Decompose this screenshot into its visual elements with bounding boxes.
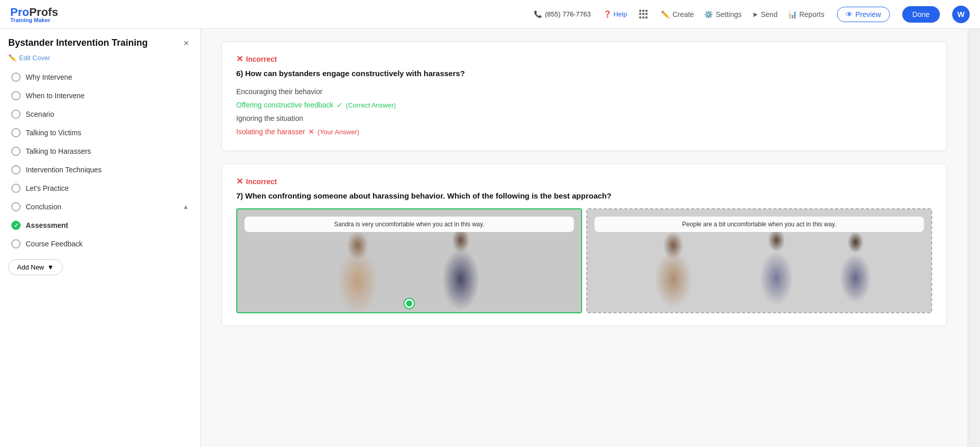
phone-number: (855) 776-7763: [545, 10, 591, 18]
create-label: Create: [672, 10, 694, 19]
chevron-up-icon: ▲: [183, 203, 189, 210]
nav-list: Why Intervene When to Intervene Scenario…: [0, 68, 200, 253]
main-layout: Bystander Intervention Training × ✏️ Edi…: [0, 29, 980, 447]
preview-label: Preview: [855, 10, 881, 19]
speech-bubble-left: Sandra is very uncomfortable when you ac…: [244, 217, 574, 232]
option-6-3: Ignoring the situation: [236, 112, 932, 125]
x-icon-6-4: ✕: [308, 128, 314, 136]
image-option-right[interactable]: People are a bit uncomfortable when you …: [586, 208, 932, 313]
sidebar-item-label-talking-harassers: Talking to Harassers: [26, 147, 91, 155]
sidebar-item-label-why-intervene: Why Intervene: [26, 73, 72, 81]
question-main-7: When confronting someone about harassing…: [245, 191, 611, 200]
reports-icon: 📊: [788, 10, 797, 19]
sidebar-item-course-feedback[interactable]: Course Feedback: [6, 235, 194, 253]
sidebar-item-intervention-techniques[interactable]: Intervention Techniques: [6, 160, 194, 179]
add-new-label: Add New: [17, 263, 44, 271]
create-icon: ✏️: [661, 10, 670, 19]
sidebar: Bystander Intervention Training × ✏️ Edi…: [0, 29, 201, 447]
nav-settings[interactable]: ⚙️ Settings: [704, 10, 742, 19]
question-text-7: 7) When confronting someone about harass…: [236, 191, 932, 200]
nav-circle-scenario: [11, 110, 21, 119]
nav-circle-talking-victims: [11, 128, 21, 137]
image-compare-7: Sandra is very uncomfortable when you ac…: [236, 208, 932, 313]
help-icon: ❓: [603, 10, 611, 18]
sidebar-item-why-intervene[interactable]: Why Intervene: [6, 68, 194, 86]
nav-circle-conclusion: [11, 202, 21, 211]
logo-text: ProProfs: [10, 6, 58, 19]
sidebar-item-label-assessment: Assessment: [26, 221, 68, 229]
sidebar-item-lets-practice[interactable]: Let's Practice: [6, 179, 194, 198]
send-label: Send: [761, 10, 778, 19]
nav-circle-talking-harassers: [11, 147, 21, 156]
question-main-6: How can bystanders engage constructively…: [245, 69, 465, 78]
close-button[interactable]: ×: [180, 37, 192, 50]
nav-circle-lets-practice: [11, 184, 21, 193]
settings-label: Settings: [715, 10, 742, 19]
checkmark-icon-6: ✓: [337, 101, 343, 109]
send-icon: ➤: [752, 10, 758, 19]
sidebar-item-label-talking-victims: Talking to Victims: [26, 129, 81, 137]
dropdown-arrow-icon: ▼: [47, 263, 54, 271]
done-label: Done: [913, 10, 930, 19]
edit-cover-button[interactable]: ✏️ Edit Cover: [0, 52, 200, 68]
sidebar-item-when-intervene[interactable]: When to Intervene: [6, 86, 194, 105]
preview-button[interactable]: 👁 Preview: [837, 7, 890, 22]
sidebar-item-talking-harassers[interactable]: Talking to Harassers: [6, 142, 194, 160]
edit-icon: ✏️: [8, 54, 16, 62]
sidebar-item-label-scenario: Scenario: [26, 110, 54, 118]
nav-circle-why-intervene: [11, 73, 21, 82]
option-6-3-text: Ignoring the situation: [236, 114, 303, 122]
help-link[interactable]: ❓ Help: [603, 10, 627, 18]
logo-profs: Profs: [29, 6, 58, 19]
logo-pro: Pro: [10, 6, 29, 19]
avatar[interactable]: W: [952, 6, 970, 23]
topbar: ProProfs Training Maker 📞 (855) 776-7763…: [0, 0, 980, 29]
sidebar-header: Bystander Intervention Training ×: [0, 29, 200, 52]
nav-send[interactable]: ➤ Send: [752, 10, 778, 19]
correct-answer-label-6: (Correct Answer): [346, 101, 396, 109]
logo: ProProfs Training Maker: [10, 6, 58, 23]
option-6-4: Isolating the harasser ✕ (Your Answer): [236, 125, 932, 138]
nav-create[interactable]: ✏️ Create: [661, 10, 694, 19]
phone-icon: 📞: [534, 10, 542, 18]
nav-circle-intervention-techniques: [11, 165, 21, 174]
settings-icon: ⚙️: [704, 10, 713, 19]
question-number-7: 7): [236, 191, 243, 200]
option-6-2: Offering constructive feedback ✓ (Correc…: [236, 98, 932, 112]
sidebar-item-talking-victims[interactable]: Talking to Victims: [6, 123, 194, 142]
nav-circle-when-intervene: [11, 91, 21, 100]
sidebar-item-label-when-intervene: When to Intervene: [26, 92, 84, 100]
answer-options-6: Encouraging their behavior Offering cons…: [236, 85, 932, 138]
sidebar-item-label-conclusion: Conclusion: [26, 203, 61, 211]
preview-icon: 👁: [846, 10, 853, 19]
done-button[interactable]: Done: [902, 6, 940, 23]
nav-reports[interactable]: 📊 Reports: [788, 10, 825, 19]
incorrect-badge-7: ✕ Incorrect: [236, 176, 932, 186]
x-icon-7: ✕: [236, 176, 243, 186]
question-card-6: ✕ Incorrect 6) How can bystanders engage…: [221, 41, 947, 151]
speech-text-left: Sandra is very uncomfortable when you ac…: [334, 221, 484, 228]
nav-circle-assessment: [11, 221, 21, 230]
radio-selected-left: [405, 299, 414, 308]
topbar-nav: ✏️ Create ⚙️ Settings ➤ Send 📊 Reports: [661, 10, 824, 19]
contact-info: 📞 (855) 776-7763: [534, 10, 591, 18]
help-label: Help: [614, 10, 627, 18]
content-area: ✕ Incorrect 6) How can bystanders engage…: [201, 29, 968, 447]
question-card-7: ✕ Incorrect 7) When confronting someone …: [221, 164, 947, 326]
incorrect-label-6: Incorrect: [246, 55, 277, 63]
question-text-6: 6) How can bystanders engage constructiv…: [236, 69, 932, 78]
sidebar-item-label-lets-practice: Let's Practice: [26, 184, 69, 192]
add-new-button[interactable]: Add New ▼: [8, 259, 63, 275]
incorrect-label-7: Incorrect: [246, 177, 277, 186]
speech-bubble-right: People are a bit uncomfortable when you …: [594, 217, 924, 232]
grid-icon[interactable]: [639, 10, 649, 19]
image-option-left[interactable]: Sandra is very uncomfortable when you ac…: [236, 208, 582, 313]
sidebar-item-assessment[interactable]: Assessment: [6, 216, 194, 235]
option-6-2-text: Offering constructive feedback: [236, 101, 334, 109]
your-answer-label-6: (Your Answer): [318, 128, 359, 136]
sidebar-item-scenario[interactable]: Scenario: [6, 105, 194, 123]
right-panel: [968, 29, 980, 447]
sidebar-item-conclusion[interactable]: Conclusion ▲: [6, 198, 194, 216]
reports-label: Reports: [799, 10, 825, 19]
option-6-1-text: Encouraging their behavior: [236, 87, 322, 96]
